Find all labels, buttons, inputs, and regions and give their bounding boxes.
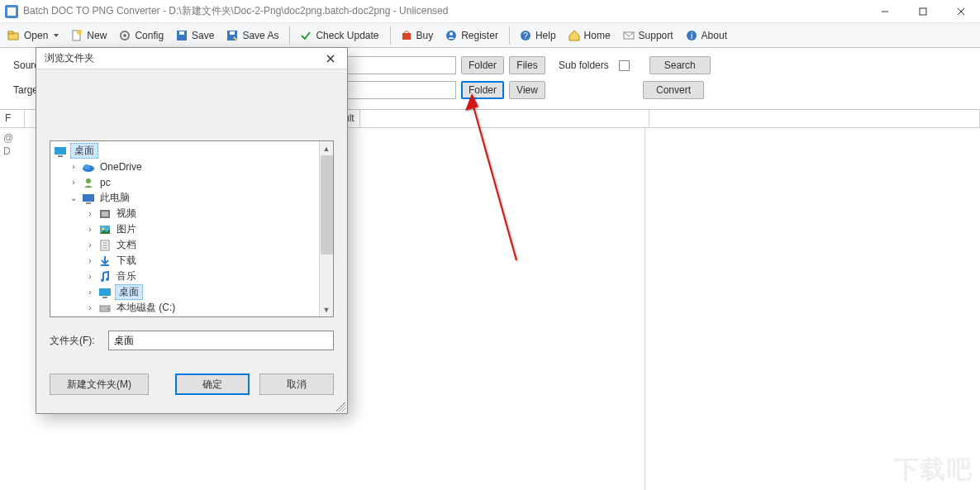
save-label: Save — [192, 30, 214, 41]
scroll-thumb[interactable] — [321, 155, 333, 255]
tree-label: pc — [98, 176, 112, 189]
support-button[interactable]: Support — [618, 26, 679, 45]
new-icon — [70, 29, 83, 42]
svg-text:?: ? — [523, 31, 528, 40]
dialog-titlebar[interactable]: 浏览文件夹 — [36, 48, 347, 69]
grid-col-file[interactable]: F — [0, 110, 25, 127]
view-button[interactable]: View — [509, 81, 545, 99]
tree-scrollbar[interactable]: ▲ ▼ — [319, 141, 333, 316]
close-button[interactable] — [942, 0, 980, 22]
expand-icon[interactable]: › — [85, 272, 95, 281]
svg-rect-43 — [102, 297, 107, 298]
doc-icon — [98, 239, 112, 252]
tree-label: 本地磁盘 (C:) — [115, 300, 177, 316]
tree-item-root[interactable]: 桌面 — [50, 143, 319, 159]
expand-icon[interactable]: › — [85, 288, 95, 297]
user-icon — [82, 176, 95, 189]
expand-icon[interactable]: › — [85, 303, 95, 312]
pc-icon — [82, 192, 95, 205]
source-folder-button[interactable]: Folder — [461, 56, 504, 74]
tree-item[interactable]: ›文档 — [50, 237, 319, 253]
check-update-button[interactable]: Check Update — [295, 26, 384, 45]
folder-label: Folder — [469, 59, 497, 71]
chevron-down-icon — [54, 34, 59, 37]
files-label: Files — [516, 59, 537, 71]
convert-label: Convert — [656, 84, 691, 96]
svg-rect-13 — [230, 31, 235, 35]
grid-col-3[interactable] — [360, 110, 649, 127]
expand-icon[interactable]: › — [69, 162, 78, 171]
config-button[interactable]: Config — [114, 26, 169, 45]
about-button[interactable]: i About — [681, 26, 733, 45]
folder-tree: 桌面 ›OneDrive›pc⌄此电脑›视频›图片›文档›下载›音乐›桌面›本地… — [50, 140, 334, 317]
buy-icon — [400, 29, 413, 42]
source-files-button[interactable]: Files — [509, 56, 545, 74]
expand-icon[interactable]: › — [85, 225, 95, 234]
expand-icon[interactable]: › — [85, 209, 95, 218]
tree-item[interactable]: ›桌面 — [50, 284, 319, 300]
search-button[interactable]: Search — [649, 56, 711, 74]
ok-button[interactable]: 确定 — [175, 373, 250, 395]
tree-label: 图片 — [115, 221, 138, 237]
buy-button[interactable]: Buy — [396, 26, 440, 45]
toolbar-separator — [390, 26, 391, 45]
video-icon — [98, 207, 112, 221]
grid-col-4[interactable] — [649, 110, 980, 127]
tree-item[interactable]: ›OneDrive — [50, 159, 319, 174]
about-icon: i — [685, 29, 698, 42]
svg-point-9 — [123, 34, 126, 37]
tree-label: OneDrive — [98, 160, 144, 174]
svg-point-45 — [107, 308, 109, 310]
support-label: Support — [639, 30, 673, 41]
tree-item[interactable]: ›本地磁盘 (C:) — [50, 300, 319, 316]
cancel-button[interactable]: 取消 — [259, 373, 334, 395]
home-button[interactable]: Home — [564, 26, 616, 45]
svg-point-34 — [102, 227, 105, 230]
dialog-close-button[interactable] — [314, 48, 347, 69]
expand-icon[interactable]: › — [85, 240, 95, 250]
drive-icon — [98, 302, 112, 315]
resize-grip[interactable] — [335, 402, 345, 412]
new-folder-button[interactable]: 新建文件夹(M) — [50, 373, 149, 395]
svg-rect-14 — [402, 33, 411, 40]
grid-row-markers: @ D — [0, 128, 25, 161]
register-label: Register — [461, 30, 498, 41]
onedrive-icon — [82, 160, 95, 174]
tree-label: 桌面 — [70, 143, 98, 159]
help-button[interactable]: ? Help — [515, 26, 562, 45]
open-button[interactable]: Open — [3, 26, 64, 45]
col-label: F — [5, 112, 11, 124]
tree-item[interactable]: ›视频 — [50, 206, 319, 221]
expand-icon[interactable]: › — [85, 256, 95, 265]
titlebar: Batch DOC TO PNG Converter - D:\新建文件夹\Do… — [0, 0, 980, 23]
tree-item[interactable]: ›音乐 — [50, 269, 319, 284]
new-button[interactable]: New — [66, 26, 112, 45]
scroll-up-icon[interactable]: ▲ — [320, 141, 333, 155]
convert-button[interactable]: Convert — [643, 81, 704, 99]
save-as-icon — [226, 29, 239, 42]
save-button[interactable]: Save — [171, 26, 220, 45]
toolbar-separator — [509, 26, 510, 45]
tree-item[interactable]: ›图片 — [50, 221, 319, 237]
tree-label: 此电脑 — [98, 190, 131, 206]
register-button[interactable]: Register — [440, 26, 504, 45]
expand-icon[interactable]: ⌄ — [69, 193, 78, 202]
new-label: New — [87, 30, 107, 41]
target-folder-button[interactable]: Folder — [461, 81, 504, 99]
expand-icon[interactable]: › — [69, 178, 78, 187]
tree-item[interactable]: ›下载 — [50, 253, 319, 269]
svg-point-41 — [106, 278, 109, 281]
save-as-button[interactable]: Save As — [221, 26, 284, 45]
svg-rect-30 — [86, 202, 91, 204]
svg-point-7 — [77, 30, 82, 35]
save-as-label: Save As — [242, 30, 278, 41]
svg-rect-29 — [83, 194, 94, 202]
browse-folder-dialog: 浏览文件夹 桌面 ›OneDrive›pc⌄此电脑›视频›图片›文档›下载›音乐… — [36, 47, 348, 414]
minimize-button[interactable] — [866, 0, 904, 22]
tree-item[interactable]: ⌄此电脑 — [50, 190, 319, 206]
folder-field-input[interactable] — [108, 331, 334, 350]
maximize-button[interactable] — [904, 0, 942, 22]
subfolders-checkbox[interactable] — [619, 60, 630, 71]
scroll-down-icon[interactable]: ▼ — [320, 302, 333, 316]
tree-item[interactable]: ›pc — [50, 174, 319, 190]
